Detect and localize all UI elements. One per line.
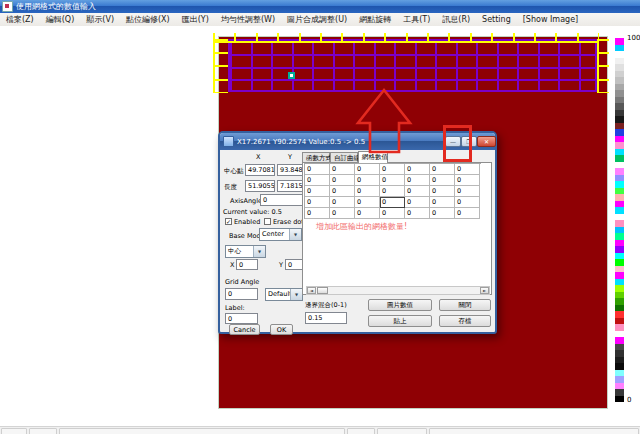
grid-cell[interactable]: 0 bbox=[330, 175, 355, 186]
chevron-down-icon[interactable]: ▼ bbox=[289, 229, 301, 240]
anchor-value: 中心 bbox=[228, 247, 241, 255]
grid-cell[interactable]: 0 bbox=[380, 164, 405, 175]
grid-cell[interactable]: 0 bbox=[455, 164, 480, 175]
dialog-title: X17.2671 Y90.2574 Value:0.5 -> 0.5 bbox=[237, 138, 365, 146]
scroll-left-icon[interactable]: ◄ bbox=[307, 287, 316, 294]
grid-cell[interactable]: 0 bbox=[405, 186, 430, 197]
grid-cell[interactable]: 0 bbox=[455, 175, 480, 186]
paste-button[interactable]: 貼上 bbox=[368, 315, 432, 327]
grid-cell[interactable]: 0 bbox=[355, 175, 380, 186]
grid-cell[interactable]: 0 bbox=[430, 175, 455, 186]
grid-cell[interactable]: 0 bbox=[380, 186, 405, 197]
base-mode-value: Center bbox=[262, 230, 284, 238]
status-segment bbox=[59, 428, 345, 434]
base-mode-dropdown[interactable]: Center ▼ bbox=[259, 228, 302, 241]
grid-cell[interactable]: 0 bbox=[380, 197, 405, 208]
grid-cell[interactable]: 0 bbox=[355, 164, 380, 175]
menu-item[interactable]: 均勻性調整(W) bbox=[215, 14, 281, 25]
menu-item[interactable]: 圖片合成調整(U) bbox=[281, 14, 353, 25]
grid-cell[interactable]: 0 bbox=[405, 197, 430, 208]
blend-field[interactable]: 0.15 bbox=[305, 312, 347, 324]
scroll-right-icon[interactable]: ► bbox=[480, 287, 489, 294]
label-field[interactable]: 0 bbox=[225, 313, 258, 324]
grid-cell[interactable]: 0 bbox=[355, 197, 380, 208]
dialog-close-button[interactable]: ✕ bbox=[477, 136, 496, 147]
chevron-down-icon[interactable]: ▼ bbox=[253, 246, 265, 257]
status-segment bbox=[347, 428, 375, 434]
purple-grid-overlay[interactable] bbox=[228, 39, 597, 92]
horizontal-scrollbar[interactable]: ◄ ► bbox=[306, 286, 490, 295]
menu-item[interactable]: Setting bbox=[476, 15, 517, 24]
chevron-down-icon[interactable]: ▼ bbox=[290, 289, 302, 300]
hint-text: 增加此區輸出的網格數量! bbox=[316, 221, 407, 232]
grid-cell[interactable]: 0 bbox=[330, 164, 355, 175]
center-x-field[interactable]: 49.7081 bbox=[245, 164, 275, 176]
grid-cell[interactable]: 0 bbox=[355, 208, 380, 219]
anchor-dropdown[interactable]: 中心 ▼ bbox=[225, 245, 266, 258]
grid-cell[interactable]: 0 bbox=[380, 208, 405, 219]
grid-cell[interactable]: 0 bbox=[355, 186, 380, 197]
grid-cell[interactable]: 0 bbox=[305, 175, 330, 186]
grid-cell[interactable]: 0 bbox=[430, 197, 455, 208]
enabled-checkbox[interactable]: ✓ bbox=[225, 218, 232, 225]
grid-cell[interactable]: 0 bbox=[405, 208, 430, 219]
current-value-label: Current value: 0.5 bbox=[223, 208, 282, 216]
axis-angle-field[interactable]: 0 bbox=[260, 194, 305, 206]
grid-cell[interactable]: 0 bbox=[305, 197, 330, 208]
scrollbar-thumb[interactable] bbox=[317, 287, 328, 294]
grid-cursor-marker[interactable] bbox=[288, 72, 295, 79]
grid-cell[interactable]: 0 bbox=[305, 208, 330, 219]
close-button[interactable]: 關閉 bbox=[439, 299, 491, 311]
grid-cell[interactable]: 0 bbox=[430, 186, 455, 197]
grid-angle-mode-value: Default bbox=[268, 290, 292, 298]
offset-x-label: X bbox=[230, 261, 234, 269]
status-segment bbox=[377, 428, 427, 434]
grid-cell[interactable]: 0 bbox=[455, 186, 480, 197]
grid-cell[interactable]: 0 bbox=[330, 186, 355, 197]
column-header-x: X bbox=[256, 153, 260, 161]
grid-angle-label: Grid Angle bbox=[225, 278, 259, 286]
length-label: 長度 bbox=[224, 183, 237, 192]
yellow-grid-top bbox=[213, 33, 599, 43]
menu-item[interactable]: 工具(T) bbox=[397, 14, 436, 25]
menu-item[interactable]: 顯示(V) bbox=[80, 14, 120, 25]
menu-item[interactable]: 編輯(Q) bbox=[40, 14, 81, 25]
grid-cell[interactable]: 0 bbox=[430, 208, 455, 219]
erase-dots-checkbox[interactable] bbox=[264, 218, 271, 225]
menu-item[interactable]: 訊息(R) bbox=[436, 14, 476, 25]
scrollbar-track[interactable] bbox=[328, 287, 480, 294]
grid-cell[interactable]: 0 bbox=[455, 197, 480, 208]
menu-item[interactable]: 檔案(Z) bbox=[0, 14, 40, 25]
cancel-button[interactable]: Cancle bbox=[229, 324, 260, 335]
palette-band[interactable] bbox=[615, 396, 624, 403]
color-palette-strip[interactable] bbox=[615, 38, 624, 402]
ok-button[interactable]: OK bbox=[270, 324, 293, 335]
grid-cell[interactable]: 0 bbox=[405, 175, 430, 186]
menu-item[interactable]: 點位編修(X) bbox=[120, 14, 176, 25]
grid-cell[interactable]: 0 bbox=[330, 208, 355, 219]
grid-cell[interactable]: 0 bbox=[380, 175, 405, 186]
scale-min-label: 0 bbox=[627, 396, 631, 404]
image-values-button[interactable]: 圖片數值 bbox=[368, 299, 432, 311]
length-x-field[interactable]: 51.9055 bbox=[245, 180, 275, 192]
menu-item[interactable]: 網點旋轉 bbox=[353, 14, 397, 25]
grid-cell[interactable]: 0 bbox=[330, 197, 355, 208]
offset-x-field[interactable]: 0 bbox=[236, 259, 258, 270]
annotation-arrow-icon bbox=[352, 86, 416, 158]
label-label: Label: bbox=[225, 304, 245, 312]
grid-cell[interactable]: 0 bbox=[305, 164, 330, 175]
grid-cell[interactable]: 0 bbox=[430, 164, 455, 175]
center-label: 中心點 bbox=[224, 167, 244, 176]
menu-item[interactable]: [Show Image] bbox=[517, 15, 584, 24]
grid-cell[interactable]: 0 bbox=[305, 186, 330, 197]
offset-y-label: Y bbox=[279, 261, 283, 269]
enabled-label: Enabled bbox=[234, 218, 260, 226]
grid-angle-mode-dropdown[interactable]: Default ▼ bbox=[265, 288, 303, 301]
grid-cell[interactable]: 0 bbox=[455, 208, 480, 219]
menu-item[interactable]: 匯出(Y) bbox=[176, 14, 215, 25]
grid-cell[interactable]: 0 bbox=[405, 164, 430, 175]
grid-angle-field[interactable]: 0 bbox=[225, 288, 258, 300]
scale-max-label: 100 bbox=[627, 34, 640, 42]
save-button[interactable]: 存檔 bbox=[439, 315, 491, 327]
blend-label: 邊界混合(0-1) bbox=[305, 301, 347, 310]
